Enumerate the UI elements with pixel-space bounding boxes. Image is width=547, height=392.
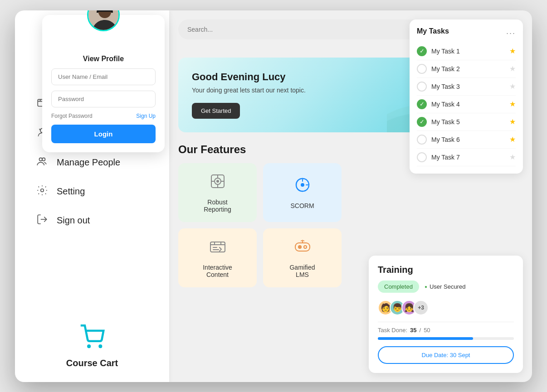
sidebar-item-setting[interactable]: Setting xyxy=(29,179,156,204)
task-item[interactable]: ✓My Task 4★ xyxy=(417,96,516,113)
svg-point-28 xyxy=(304,246,307,248)
tasks-title: My Tasks xyxy=(417,27,449,35)
task-star[interactable]: ★ xyxy=(509,100,516,108)
task-item[interactable]: ✓My Task 1★ xyxy=(417,43,516,60)
reporting-icon xyxy=(209,172,227,194)
secured-badge: ● User Secured xyxy=(425,283,466,290)
cart-label: Course Cart xyxy=(66,358,118,368)
task-name: My Task 5 xyxy=(431,118,460,126)
feature-label-gamified: GamifiedLMS xyxy=(289,264,315,278)
svg-rect-26 xyxy=(295,243,310,251)
dot-green: ● xyxy=(425,284,427,289)
tasks-panel: My Tasks ... ✓My Task 1★My Task 2★My Tas… xyxy=(410,19,523,174)
feature-label-reporting: RobustReporting xyxy=(204,198,231,213)
login-button[interactable]: Login xyxy=(51,125,156,143)
feature-card-gamified[interactable]: GamifiedLMS xyxy=(263,228,342,287)
divider xyxy=(378,322,514,322)
task-star[interactable]: ★ xyxy=(509,47,516,55)
forgot-password-link[interactable]: Forgot Password xyxy=(51,113,93,119)
task-done-row: Task Done: 35 / 50 xyxy=(378,327,514,334)
username-input[interactable] xyxy=(51,68,156,85)
task-check xyxy=(417,152,427,162)
svg-point-4 xyxy=(39,158,43,161)
svg-point-5 xyxy=(42,158,45,161)
profile-card-inner: View Profile Forgot Password Sign Up Log… xyxy=(51,55,156,143)
feature-card-reporting[interactable]: RobustReporting xyxy=(178,163,257,222)
plus-badge: +3 xyxy=(413,300,429,315)
task-check xyxy=(417,82,427,92)
task-star[interactable]: ★ xyxy=(509,117,516,126)
training-card: Training Completed ● User Secured 🧑 👦 👧 … xyxy=(369,256,523,373)
task-star[interactable]: ★ xyxy=(509,82,516,91)
task-name: My Task 1 xyxy=(431,48,460,55)
sign-up-link[interactable]: Sign Up xyxy=(136,113,156,119)
gamified-icon xyxy=(293,237,312,259)
task-name: My Task 2 xyxy=(431,65,460,73)
password-input[interactable] xyxy=(51,91,156,107)
interactive-icon xyxy=(209,237,227,259)
task-item[interactable]: My Task 7★ xyxy=(417,149,516,166)
svg-rect-22 xyxy=(210,242,225,252)
svg-point-9 xyxy=(99,344,102,348)
feature-label-interactive: InteractiveContent xyxy=(203,264,232,278)
task-star[interactable]: ★ xyxy=(509,135,516,144)
task-item[interactable]: My Task 6★ xyxy=(417,131,516,149)
avatar xyxy=(87,10,120,31)
task-star[interactable]: ★ xyxy=(509,153,516,161)
sidebar-item-manage-people[interactable]: Manage People xyxy=(29,150,156,175)
training-badges: Completed ● User Secured xyxy=(378,281,514,293)
progress-bar-fill xyxy=(378,337,473,340)
feature-card-scorm[interactable]: SCORM xyxy=(263,163,342,222)
task-item[interactable]: My Task 2★ xyxy=(417,60,516,78)
view-profile-label: View Profile xyxy=(83,55,124,63)
cart-section[interactable]: Course Cart xyxy=(15,324,169,368)
manage-people-icon xyxy=(36,155,49,170)
task-item[interactable]: My Task 3★ xyxy=(417,78,516,96)
cart-icon xyxy=(78,324,106,354)
avatar-image xyxy=(88,10,120,31)
get-started-button[interactable]: Get Started xyxy=(192,103,240,119)
sidebar-item-sign-out[interactable]: Sign out xyxy=(29,208,156,233)
task-name: My Task 4 xyxy=(431,101,460,108)
tasks-header: My Tasks ... xyxy=(417,27,516,36)
features-grid: RobustReporting SCORM xyxy=(178,163,342,287)
feature-label-scorm: SCORM xyxy=(290,202,314,209)
setting-icon xyxy=(36,184,49,199)
task-name: My Task 6 xyxy=(431,136,460,143)
avatars-row: 🧑 👦 👧 +3 xyxy=(378,300,514,315)
tasks-more-button[interactable]: ... xyxy=(506,27,516,36)
svg-point-6 xyxy=(41,189,44,192)
profile-card: View Profile Forgot Password Sign Up Log… xyxy=(42,15,165,152)
task-name: My Task 7 xyxy=(431,154,460,161)
sidebar-label-manage-people: Manage People xyxy=(57,157,120,168)
progress-bar-wrapper xyxy=(378,337,514,340)
sign-out-icon xyxy=(36,213,49,228)
task-check xyxy=(417,64,427,74)
screen-wrapper: Manage course Learning Path xyxy=(15,10,532,382)
task-star[interactable]: ★ xyxy=(509,64,516,73)
svg-point-21 xyxy=(301,183,304,187)
task-check: ✓ xyxy=(417,99,427,109)
training-title: Training xyxy=(378,265,514,275)
completed-badge: Completed xyxy=(378,281,419,293)
sidebar-label-setting: Setting xyxy=(57,186,85,197)
task-item[interactable]: ✓My Task 5★ xyxy=(417,113,516,131)
task-name: My Task 3 xyxy=(431,83,460,90)
scorm-icon xyxy=(293,176,312,198)
sidebar-label-sign-out: Sign out xyxy=(57,215,90,226)
feature-card-interactive[interactable]: InteractiveContent xyxy=(178,228,257,287)
task-check: ✓ xyxy=(417,117,427,127)
svg-point-8 xyxy=(88,344,91,348)
task-check: ✓ xyxy=(417,46,427,56)
svg-point-20 xyxy=(216,180,219,183)
tasks-list: ✓My Task 1★My Task 2★My Task 3★✓My Task … xyxy=(417,43,516,166)
task-check xyxy=(417,135,427,145)
due-date-button[interactable]: Due Date: 30 Sept xyxy=(378,346,514,364)
forgot-row: Forgot Password Sign Up xyxy=(51,113,156,119)
